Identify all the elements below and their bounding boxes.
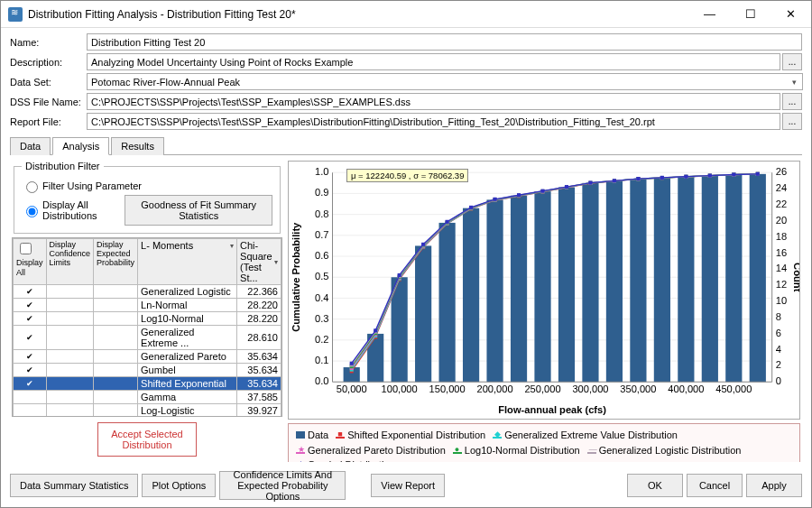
dataset-dropdown-icon[interactable]: ▾ (786, 74, 802, 89)
svg-rect-169 (732, 172, 735, 176)
svg-rect-159 (494, 198, 497, 201)
svg-text:0.6: 0.6 (315, 250, 328, 261)
svg-text:24: 24 (776, 182, 787, 193)
report-label: Report File: (10, 116, 87, 127)
svg-rect-53 (534, 191, 550, 382)
col-display-all[interactable]: Display All (14, 239, 47, 285)
svg-rect-168 (708, 174, 712, 178)
table-row[interactable]: ✔Gumbel35.634 (14, 364, 281, 377)
svg-rect-157 (446, 220, 449, 224)
description-field[interactable] (87, 53, 780, 70)
svg-text:18: 18 (776, 231, 787, 242)
table-row[interactable]: Gamma37.585 (14, 391, 281, 404)
goodness-of-fit-button[interactable]: Goodness of Fit Summary Statistics (125, 195, 272, 226)
legend-item: Data (296, 428, 328, 443)
svg-text:Flow-annual peak (cfs): Flow-annual peak (cfs) (498, 404, 606, 415)
tab-results[interactable]: Results (111, 137, 164, 155)
apply-button[interactable]: Apply (746, 474, 802, 497)
svg-text:0.7: 0.7 (315, 229, 328, 240)
svg-text:20: 20 (776, 215, 787, 226)
legend-item: ■Shifted Exponential Distribution (336, 428, 485, 443)
col-exp-prob[interactable]: Display Expected Probability (94, 239, 138, 285)
name-field[interactable] (87, 33, 802, 51)
report-ellipsis-button[interactable]: ... (782, 113, 802, 130)
col-conf-limits[interactable]: Display Confidence Limits (46, 239, 94, 285)
col-l-moments[interactable]: L- Moments▾ (138, 239, 237, 285)
legend-item: —Generalized Logistic Distribution (587, 443, 742, 458)
close-button[interactable]: ✕ (770, 1, 811, 27)
accept-selected-distribution-button[interactable]: Accept Selected Distribution (97, 422, 197, 457)
svg-text:0.4: 0.4 (315, 291, 328, 302)
filter-legend: Distribution Filter (22, 161, 104, 171)
svg-text:250,000: 250,000 (524, 383, 560, 394)
ok-button[interactable]: OK (627, 474, 683, 497)
svg-text:200,000: 200,000 (476, 383, 512, 394)
description-ellipsis-button[interactable]: ... (782, 53, 802, 70)
chart: μ = 122240.59 , σ = 78062.39 0.00.10.20.… (288, 161, 800, 420)
table-row[interactable]: ✔Log10-Normal28.220 (14, 312, 281, 326)
svg-rect-54 (558, 187, 575, 382)
svg-rect-49 (439, 223, 456, 382)
table-row[interactable]: ✔Generalized Extreme ...28.610 (14, 326, 281, 350)
table-row[interactable]: Log-Logistic39.927 (14, 404, 281, 418)
distribution-grid[interactable]: Display All Display Confidence Limits Di… (12, 237, 282, 417)
svg-rect-56 (606, 180, 623, 382)
dataset-label: Data Set: (10, 77, 87, 88)
svg-text:4: 4 (776, 344, 781, 355)
svg-rect-161 (540, 189, 544, 193)
svg-text:0.3: 0.3 (315, 313, 328, 324)
svg-rect-155 (398, 273, 401, 277)
svg-text:1.0: 1.0 (315, 166, 328, 177)
svg-text:8: 8 (776, 311, 781, 322)
svg-rect-58 (654, 178, 670, 382)
svg-text:150,000: 150,000 (429, 383, 466, 394)
description-label: Description: (10, 57, 87, 68)
svg-text:300,000: 300,000 (572, 383, 608, 394)
view-report-button[interactable]: View Report (371, 474, 445, 497)
table-row[interactable]: ✔Ln-Normal28.220 (14, 299, 281, 312)
svg-text:100,000: 100,000 (382, 383, 418, 394)
svg-rect-154 (374, 328, 377, 332)
table-row[interactable]: ✔Generalized Logistic22.366 (14, 285, 281, 299)
minimize-button[interactable]: — (689, 1, 730, 27)
svg-rect-166 (660, 176, 664, 180)
tab-analysis[interactable]: Analysis (52, 137, 109, 155)
svg-text:2: 2 (776, 359, 781, 370)
confidence-limits-button[interactable]: Confidence Limits And Expected Probabili… (219, 471, 346, 500)
svg-rect-48 (415, 245, 431, 382)
svg-rect-59 (678, 177, 694, 382)
dss-ellipsis-button[interactable]: ... (782, 93, 802, 110)
main-window: Distribution Fitting Analysis - Distribu… (0, 0, 812, 508)
table-row[interactable]: ✔Generalized Pareto35.634 (14, 350, 281, 364)
distribution-filter-group: Distribution Filter Filter Using Paramet… (14, 161, 281, 234)
cancel-button[interactable]: Cancel (687, 474, 743, 497)
titlebar: Distribution Fitting Analysis - Distribu… (1, 1, 811, 28)
display-all-distributions-radio[interactable]: Display All Distributions (22, 199, 125, 221)
dataset-select[interactable]: Potomac River-Flow-Annual Peak (87, 73, 803, 90)
legend-item: ★Generalized Pareto Distribution (296, 443, 446, 458)
svg-text:16: 16 (776, 246, 787, 257)
dss-file-field[interactable] (87, 93, 780, 110)
svg-text:6: 6 (776, 328, 781, 338)
data-summary-statistics-button[interactable]: Data Summary Statistics (10, 474, 138, 497)
svg-rect-57 (630, 179, 646, 382)
svg-rect-158 (469, 206, 473, 209)
maximize-button[interactable]: ☐ (730, 1, 770, 27)
plot-options-button[interactable]: Plot Options (142, 474, 216, 497)
col-chi-square[interactable]: Chi-Square (Test St...▾ (237, 239, 281, 285)
svg-rect-52 (511, 196, 527, 383)
svg-rect-164 (613, 179, 616, 182)
legend-item: ◆Gumbel Distribution (296, 457, 395, 462)
svg-text:10: 10 (776, 295, 787, 306)
window-title: Distribution Fitting Analysis - Distribu… (28, 8, 689, 21)
svg-text:26: 26 (776, 166, 787, 177)
filter-using-parameter-radio[interactable]: Filter Using Parameter (22, 179, 272, 193)
svg-rect-156 (421, 243, 425, 246)
report-file-field[interactable] (87, 113, 780, 130)
svg-rect-163 (588, 181, 592, 185)
table-row[interactable]: ✔Shifted Exponential35.634 (14, 377, 281, 391)
tab-data[interactable]: Data (10, 137, 51, 155)
svg-rect-50 (463, 208, 479, 383)
svg-rect-160 (517, 193, 521, 197)
tabs: DataAnalysisResults (10, 136, 802, 155)
